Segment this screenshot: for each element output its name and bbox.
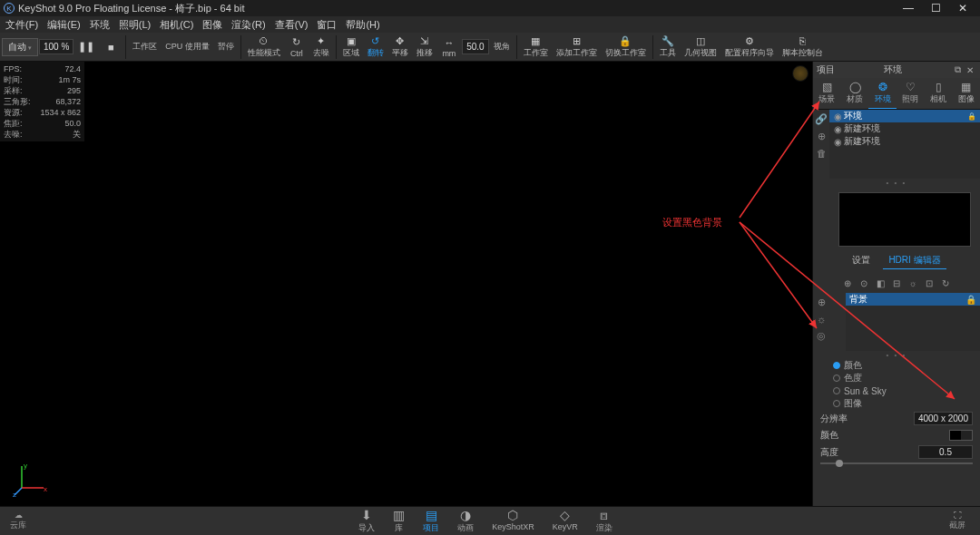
subtab-settings[interactable]: 设置 <box>847 252 876 269</box>
switch-studio-button[interactable]: 🔒切换工作室 <box>602 34 650 60</box>
radio-image[interactable]: 图像 <box>833 397 980 410</box>
tab-scene[interactable]: ▧场景 <box>813 78 841 109</box>
add-bg-icon[interactable]: ⊕ <box>818 297 826 308</box>
zoom-value[interactable]: 100 % <box>39 39 74 54</box>
svg-text:y: y <box>24 462 27 470</box>
studio-button[interactable]: ▦工作室 <box>520 34 552 60</box>
environment-thumbnail[interactable] <box>838 192 971 247</box>
radio-sun-sky[interactable]: Sun & Sky <box>833 384 980 397</box>
height-slider[interactable] <box>820 462 973 464</box>
bottom-animation[interactable]: ◑动画 <box>450 506 481 535</box>
bottom-project[interactable]: ▤项目 <box>416 506 446 535</box>
env-item-0[interactable]: ◉环境🔒 <box>829 110 980 122</box>
hdri-tool-0[interactable]: ⊕ <box>841 277 854 289</box>
menu-view[interactable]: 查看(V) <box>271 18 312 32</box>
main-area: FPS:72.4 时间:1m 7s 采样:295 三角形:68,372 资源:1… <box>0 62 980 506</box>
region-button[interactable]: ▣区域 <box>339 34 363 60</box>
menu-help[interactable]: 帮助(H) <box>342 18 383 32</box>
tumble-button[interactable]: ↺翻转 <box>364 34 387 60</box>
tab-lighting[interactable]: ♡照明 <box>897 78 925 109</box>
subtab-hdri-editor[interactable]: HDRI 编辑器 <box>883 252 946 269</box>
globe-icon: ◉ <box>831 112 844 122</box>
compass-widget[interactable] <box>792 65 808 82</box>
window-minimize[interactable]: — <box>895 2 922 15</box>
ctrl-button[interactable]: ↻Ctrl <box>285 35 309 59</box>
color-swatch[interactable] <box>949 430 973 441</box>
panel-undock[interactable]: ⧉ <box>951 64 964 75</box>
workspace-label: 工作区 <box>129 40 161 54</box>
hdri-tool-6[interactable]: ↻ <box>939 277 952 289</box>
pan-button[interactable]: ✥平移 <box>388 34 412 60</box>
panel-close[interactable]: ✕ <box>964 65 976 75</box>
render-mode-dropdown[interactable]: 自动 <box>2 38 38 56</box>
geometry-view-button[interactable]: ◫几何视图 <box>681 34 720 60</box>
title-bar: K KeyShot 9.0 Pro Floating License - 椅子.… <box>0 0 980 16</box>
hdri-tool-1[interactable]: ⊙ <box>858 277 870 289</box>
bg-item-0[interactable]: 背景🔒 <box>846 293 980 306</box>
grip-dots[interactable]: • • • <box>813 179 980 187</box>
menu-render[interactable]: 渲染(R) <box>228 18 269 32</box>
trash-icon[interactable]: 🗑 <box>817 148 827 159</box>
pause-button[interactable]: ❚❚ <box>74 40 98 54</box>
tab-environment[interactable]: ❂环境 <box>868 78 897 109</box>
bottom-render[interactable]: ⧈渲染 <box>589 506 620 535</box>
radio-gradient[interactable]: 色度 <box>833 372 980 384</box>
tab-material[interactable]: ◯材质 <box>841 78 869 109</box>
add-studio-button[interactable]: ⊞添加工作室 <box>553 34 601 60</box>
lock-icon[interactable]: 🔒 <box>965 295 976 305</box>
bottom-library[interactable]: ▥库 <box>386 506 412 535</box>
window-close[interactable]: ✕ <box>949 2 976 15</box>
tools-button[interactable]: 🔧工具 <box>656 34 680 60</box>
cpu-usage-button[interactable]: CPU 使用量 <box>162 40 213 54</box>
menu-camera[interactable]: 相机(C) <box>156 18 197 32</box>
add-studio-icon: ⊞ <box>573 34 581 47</box>
window-maximize[interactable]: ☐ <box>922 2 949 15</box>
screenshot-button[interactable]: ⛶ 截屏 <box>935 511 980 531</box>
env-item-2[interactable]: ◉新建环境 <box>829 135 980 148</box>
render-viewport[interactable]: FPS:72.4 时间:1m 7s 采样:295 三角形:68,372 资源:1… <box>0 62 812 506</box>
svg-text:z: z <box>13 491 16 499</box>
material-icon: ◯ <box>849 81 861 93</box>
rotate-icon: ↺ <box>371 34 379 47</box>
script-console-button[interactable]: ⎘脚本控制台 <box>779 34 827 60</box>
hdri-tool-3[interactable]: ⊟ <box>890 277 903 289</box>
hdri-tool-4[interactable]: ☼ <box>906 277 919 289</box>
stop-button[interactable]: ■ <box>99 40 122 54</box>
hdri-tool-5[interactable]: ⊡ <box>923 277 936 289</box>
bottom-keyvr[interactable]: ◇KeyVR <box>545 506 585 535</box>
menu-file[interactable]: 文件(F) <box>2 18 42 32</box>
menu-edit[interactable]: 编辑(E) <box>44 18 84 32</box>
perspective-button[interactable]: 视角 <box>490 40 514 54</box>
menu-lighting[interactable]: 照明(L) <box>115 18 154 32</box>
app-title: KeyShot 9.0 Pro Floating License <box>18 3 166 14</box>
resolution-input[interactable]: 4000 x 2000 <box>914 412 973 425</box>
ctrl-icon: ↻ <box>292 36 300 49</box>
performance-mode-button[interactable]: ⏲性能模式 <box>244 34 284 60</box>
denoise-button[interactable]: ✦去噪 <box>309 34 333 60</box>
hdri-icon-row: ⊕ ⊙ ◧ ⊟ ☼ ⊡ ↻ <box>813 277 980 289</box>
setup-wizard-button[interactable]: ⚙配置程序向导 <box>721 34 778 60</box>
radio-color[interactable]: 颜色 <box>833 359 980 372</box>
hdri-tool-2[interactable]: ◧ <box>874 277 887 289</box>
menu-environment[interactable]: 环境 <box>86 18 113 32</box>
sun-icon[interactable]: ☼ <box>817 314 826 325</box>
dolly-button[interactable]: ⇲推移 <box>413 34 436 60</box>
add-env-icon[interactable]: ⊕ <box>818 131 826 142</box>
panel-tabs: ▧场景 ◯材质 ❂环境 ♡照明 ▯相机 ▦图像 <box>813 78 980 110</box>
height-row: 高度 0.5 <box>820 445 973 459</box>
height-input[interactable]: 0.5 <box>918 445 973 459</box>
focal-value-input[interactable]: 50.0 <box>462 39 489 54</box>
tab-image[interactable]: ▦图像 <box>952 78 980 109</box>
menu-window[interactable]: 窗口 <box>313 18 340 32</box>
lock-icon[interactable]: 🔒 <box>967 112 978 121</box>
grip-dots-2[interactable]: • • • <box>813 351 980 359</box>
pause2-button[interactable]: 暂停 <box>214 40 238 54</box>
cloud-library-button[interactable]: ☁ 云库 <box>0 511 36 531</box>
menu-image[interactable]: 图像 <box>199 18 226 32</box>
env-item-1[interactable]: ◉新建环境 <box>829 122 980 135</box>
tab-camera[interactable]: ▯相机 <box>925 78 953 109</box>
bottom-keyshotxr[interactable]: ⬡KeyShotXR <box>485 506 542 535</box>
bottom-import[interactable]: ⬇导入 <box>351 506 382 535</box>
link-icon[interactable]: 🔗 <box>815 113 828 125</box>
target-icon[interactable]: ◎ <box>817 330 826 342</box>
